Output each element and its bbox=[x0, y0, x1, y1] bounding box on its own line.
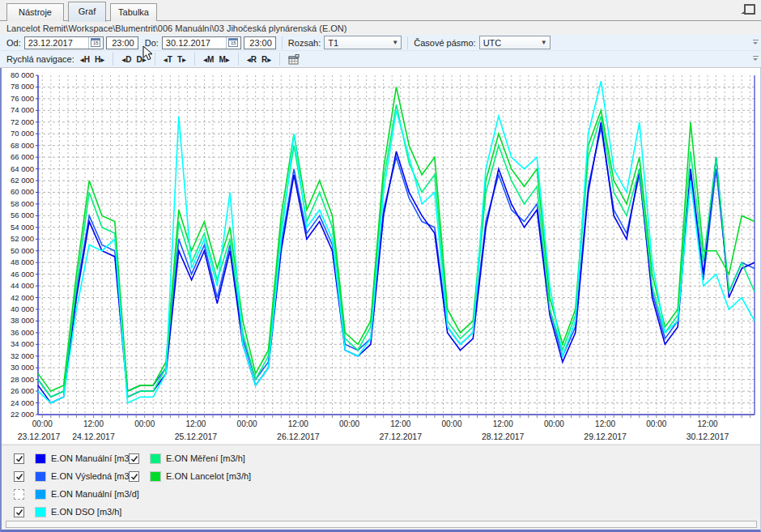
svg-text:12:00: 12:00 bbox=[288, 419, 308, 428]
svg-text:24 000: 24 000 bbox=[11, 398, 34, 407]
breadcrumb: Lancelot Remit\Workspace\Blumentrit\006 … bbox=[0, 22, 761, 35]
do-time-value[interactable]: 23:00 bbox=[244, 38, 275, 48]
mouse-cursor bbox=[142, 45, 153, 62]
quick-nav-toolbar: Rychlá navigace: ◂HH▸◂DD▸◂TT▸◂MM▸◂RR▸ bbox=[0, 51, 761, 68]
svg-text:62 000: 62 000 bbox=[11, 176, 34, 185]
od-time-input[interactable]: 23:00 bbox=[106, 36, 138, 49]
popout-window-icon[interactable] bbox=[740, 2, 756, 17]
series-color-swatch bbox=[35, 471, 46, 482]
quicknav-label: Rychlá navigace: bbox=[6, 54, 74, 64]
od-time-value[interactable]: 23:00 bbox=[107, 38, 138, 48]
toolbar-separator bbox=[113, 53, 113, 66]
nav-button-t-back[interactable]: ◂T bbox=[161, 53, 175, 66]
svg-text:27.12.2017: 27.12.2017 bbox=[379, 432, 422, 441]
nav-button-r-back[interactable]: ◂R bbox=[244, 53, 259, 66]
svg-text:38 000: 38 000 bbox=[11, 316, 34, 325]
nav-button-m-fwd[interactable]: M▸ bbox=[216, 53, 232, 66]
application-window: Nástroje Graf Tabulka Lancelot Remit\Wor… bbox=[0, 0, 761, 532]
svg-text:58 000: 58 000 bbox=[11, 199, 34, 208]
nav-button-h-fwd[interactable]: H▸ bbox=[92, 53, 107, 66]
series-label: E.ON Lancelot [m3/h] bbox=[166, 471, 251, 481]
tab-nastroje[interactable]: Nástroje bbox=[6, 3, 64, 21]
do-date-value[interactable]: 30.12.2017 bbox=[163, 38, 226, 48]
svg-text:12:00: 12:00 bbox=[493, 419, 513, 428]
svg-text:12:00: 12:00 bbox=[390, 419, 410, 428]
svg-text:50 000: 50 000 bbox=[11, 246, 34, 255]
svg-text:34 000: 34 000 bbox=[11, 339, 34, 348]
svg-text:42 000: 42 000 bbox=[11, 293, 34, 302]
od-calendar-button[interactable]: 15 bbox=[88, 37, 103, 49]
toolbar-overflow-icon[interactable] bbox=[752, 40, 759, 46]
series-color-swatch bbox=[150, 471, 161, 482]
svg-text:22 000: 22 000 bbox=[11, 410, 34, 419]
series-checkbox-checked[interactable] bbox=[14, 471, 24, 482]
svg-text:32 000: 32 000 bbox=[11, 351, 34, 360]
chevron-down-icon: ▼ bbox=[538, 39, 550, 46]
nav-group-3: ◂MM▸ bbox=[201, 53, 232, 66]
svg-text:66 000: 66 000 bbox=[11, 152, 34, 161]
svg-text:28.12.2017: 28.12.2017 bbox=[482, 432, 525, 441]
svg-text:12:00: 12:00 bbox=[185, 419, 206, 428]
date-range-toolbar: Od: 23.12.2017 15 23:00 Do: 30.12.2017 1… bbox=[0, 35, 761, 51]
svg-text:44 000: 44 000 bbox=[11, 281, 34, 290]
toolbar-separator bbox=[194, 53, 195, 66]
series-checkbox-unchecked[interactable] bbox=[14, 489, 24, 500]
legend-item: E.ON Manuální [m3/h] bbox=[14, 453, 139, 464]
series-checkbox-checked[interactable] bbox=[129, 453, 139, 464]
tab-graf[interactable]: Graf bbox=[68, 2, 106, 22]
calendar-icon: 15 bbox=[91, 38, 100, 47]
series-label: E.ON DSO [m3/h] bbox=[51, 507, 121, 517]
toolbar-separator bbox=[155, 53, 155, 66]
svg-text:30.12.2017: 30.12.2017 bbox=[687, 432, 729, 441]
chart-panel[interactable]: 22 00024 00026 00028 00030 00032 00034 0… bbox=[2, 68, 760, 444]
pasmo-select[interactable]: UTC ▼ bbox=[479, 36, 551, 49]
toolbar-overflow-icon[interactable] bbox=[752, 56, 759, 62]
svg-text:30 000: 30 000 bbox=[11, 363, 34, 372]
svg-text:76 000: 76 000 bbox=[11, 94, 34, 103]
rozsah-select[interactable]: T1 ▼ bbox=[324, 36, 402, 49]
nav-button-h-back[interactable]: ◂H bbox=[78, 53, 92, 66]
series-color-swatch bbox=[35, 507, 46, 517]
toolbar-separator bbox=[279, 53, 280, 66]
svg-text:00:00: 00:00 bbox=[134, 419, 155, 428]
nav-button-m-back[interactable]: ◂M bbox=[201, 53, 216, 66]
nav-group-2: ◂TT▸ bbox=[161, 53, 189, 66]
series-checkbox-checked[interactable] bbox=[14, 453, 24, 464]
tab-tabulka[interactable]: Tabulka bbox=[110, 3, 157, 21]
od-date-value[interactable]: 23.12.2017 bbox=[25, 38, 88, 48]
series-legend: E.ON Manuální [m3/h]E.ON Výsledná [m3/h]… bbox=[2, 445, 760, 517]
pasmo-label: Časové pásmo: bbox=[414, 38, 475, 48]
do-calendar-button[interactable]: 15 bbox=[226, 37, 240, 49]
svg-text:28 000: 28 000 bbox=[11, 375, 34, 384]
svg-text:40 000: 40 000 bbox=[11, 304, 34, 313]
nav-button-d-back[interactable]: ◂D bbox=[119, 53, 134, 66]
series-label: E.ON Manuální [m3/d] bbox=[51, 489, 139, 499]
nav-button-t-fwd[interactable]: T▸ bbox=[175, 53, 189, 66]
od-date-input[interactable]: 23.12.2017 15 bbox=[24, 36, 104, 49]
svg-text:52 000: 52 000 bbox=[11, 234, 34, 243]
toolbar-separator bbox=[282, 36, 283, 49]
svg-text:46 000: 46 000 bbox=[11, 270, 34, 279]
svg-text:36 000: 36 000 bbox=[11, 328, 34, 337]
svg-text:64 000: 64 000 bbox=[11, 164, 34, 173]
series-checkbox-checked[interactable] bbox=[14, 507, 24, 517]
series-label: E.ON Měření [m3/h] bbox=[166, 453, 245, 463]
svg-text:72 000: 72 000 bbox=[11, 117, 34, 126]
calendar-window-icon-button[interactable] bbox=[286, 53, 302, 66]
nav-button-r-fwd[interactable]: R▸ bbox=[259, 53, 274, 66]
nav-group-0: ◂HH▸ bbox=[78, 53, 108, 66]
svg-text:00:00: 00:00 bbox=[237, 419, 257, 428]
content-panel: 22 00024 00026 00028 00030 00032 00034 0… bbox=[0, 68, 761, 532]
legend-item: E.ON Lancelot [m3/h] bbox=[129, 470, 251, 482]
toolbar-separator bbox=[407, 36, 408, 49]
legend-item: E.ON Měření [m3/h] bbox=[129, 453, 245, 464]
series-label: E.ON Výsledná [m3/h] bbox=[51, 471, 139, 481]
tab-strip: Nástroje Graf Tabulka bbox=[0, 0, 761, 21]
series-checkbox-checked[interactable] bbox=[129, 471, 139, 482]
horizontal-scrollbar[interactable] bbox=[6, 521, 757, 528]
do-date-input[interactable]: 30.12.2017 15 bbox=[162, 36, 241, 49]
do-time-input[interactable]: 23:00 bbox=[244, 36, 276, 49]
time-series-chart[interactable]: 22 00024 00026 00028 00030 00032 00034 0… bbox=[2, 68, 760, 444]
pasmo-value: UTC bbox=[480, 38, 538, 48]
series-label: E.ON Manuální [m3/h] bbox=[51, 453, 139, 463]
